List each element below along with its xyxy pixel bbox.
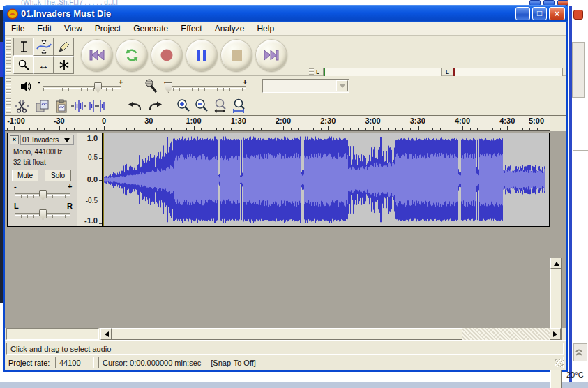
silence-icon (89, 99, 105, 113)
audacity-window: 01.Invaders Must Die _ □ × File Edit Vie… (3, 6, 568, 372)
temperature-readout: 20°C (566, 371, 584, 379)
skip-to-end-button[interactable] (255, 39, 287, 71)
track-area[interactable]: × 01.Invaders Mono, 44100Hz 32-bit float… (5, 131, 566, 328)
fit-project-button[interactable] (230, 98, 248, 114)
zoom-tool-button[interactable] (13, 56, 33, 74)
input-source-combobox[interactable] (262, 79, 349, 93)
mute-button[interactable]: Mute (12, 170, 38, 181)
copy-button[interactable] (33, 98, 52, 114)
project-rate-label: Project rate: (8, 359, 50, 367)
loop-play-button[interactable] (116, 39, 148, 71)
waveform-display[interactable] (103, 133, 549, 226)
audacity-app-icon (7, 8, 18, 20)
waveform-canvas (103, 133, 549, 226)
track-title-dropdown[interactable]: 01.Invaders (20, 135, 74, 145)
horizontal-scrollbar[interactable] (100, 328, 561, 340)
output-volume-minus: - (38, 77, 40, 86)
slider-ticks (43, 88, 121, 91)
undo-icon (127, 100, 142, 112)
multi-tool-button[interactable] (54, 56, 74, 74)
star-icon (59, 59, 70, 70)
title-bar[interactable]: 01.Invaders Must Die _ □ × (3, 5, 568, 22)
gain-thumb[interactable] (39, 190, 47, 200)
timeshift-tool-button[interactable]: ↔ (33, 56, 54, 74)
input-left-label: L (446, 68, 449, 75)
scroll-track[interactable] (462, 328, 550, 340)
menu-edit[interactable]: Edit (31, 22, 58, 35)
menu-project[interactable]: Project (89, 22, 127, 35)
draw-tool-button[interactable] (54, 38, 74, 56)
scroll-left-button[interactable] (100, 328, 112, 340)
menu-effect[interactable]: Effect (174, 22, 208, 35)
cursor-position-text: Cursor: 0:00.000000 min:sec (103, 359, 201, 367)
record-icon (160, 48, 174, 62)
undo-button[interactable] (126, 98, 144, 114)
background-toolbar-button (573, 343, 587, 361)
trim-button[interactable] (70, 98, 88, 114)
edit-toolbar (5, 96, 566, 116)
mixer-toolbar: - + - + (5, 76, 566, 96)
scrollbar-left-panel (6, 328, 99, 340)
scroll-up-button[interactable] (550, 258, 562, 269)
fit-selection-button[interactable] (211, 98, 229, 114)
selection-tool-button[interactable] (13, 38, 33, 56)
track-close-button[interactable]: × (10, 135, 19, 144)
close-button[interactable]: × (549, 7, 565, 20)
background-window-fragment (572, 42, 585, 98)
paste-button[interactable] (52, 98, 70, 114)
stop-button[interactable] (220, 39, 252, 71)
chevron-down-icon (340, 84, 345, 91)
menu-view[interactable]: View (58, 22, 89, 35)
record-button[interactable] (151, 39, 183, 71)
window-title: 01.Invaders Must Die (21, 8, 111, 19)
microphone-icon (144, 79, 159, 94)
cursor-position-box: Cursor: 0:00.000000 min:sec [Snap-To Off… (98, 357, 564, 368)
input-volume-plus: + (243, 77, 247, 86)
taskbar-edge (0, 382, 588, 388)
zoom-in-button[interactable] (174, 98, 193, 114)
left-right-arrow-icon: ↔ (38, 59, 49, 71)
pause-button[interactable] (186, 39, 218, 71)
output-volume-thumb[interactable] (94, 82, 102, 93)
gain-plus-label: + (68, 182, 72, 191)
chevron-down-icon (64, 138, 70, 145)
pause-icon (196, 50, 207, 61)
maximize-button[interactable]: □ (532, 7, 547, 20)
menu-generate[interactable]: Generate (127, 22, 174, 35)
skip-to-start-button[interactable] (81, 39, 113, 71)
menu-analyze[interactable]: Analyze (209, 22, 251, 35)
vertical-amplitude-ruler[interactable]: 1.00.50.0-0.5-1.0 (77, 133, 103, 226)
pan-thumb[interactable] (39, 209, 47, 220)
zoom-out-icon (194, 98, 209, 114)
background-icon (573, 10, 583, 20)
envelope-tool-button[interactable] (33, 38, 54, 56)
redo-button[interactable] (146, 98, 165, 114)
toolbar-grip[interactable] (6, 38, 11, 73)
audio-track: × 01.Invaders Mono, 44100Hz 32-bit float… (7, 133, 550, 227)
solo-button[interactable]: Solo (45, 170, 71, 181)
zoom-out-button[interactable] (193, 98, 211, 114)
resize-grip[interactable] (555, 359, 564, 367)
toolbar-grip[interactable] (6, 78, 11, 94)
status-tip-text: Click and drag to select audio (10, 345, 111, 353)
gain-minus-label: - (14, 182, 17, 191)
input-volume-thumb[interactable] (165, 82, 172, 93)
menu-help[interactable]: Help (250, 22, 280, 35)
cut-button[interactable] (13, 98, 31, 114)
fit-project-icon (231, 98, 248, 114)
scroll-right-button[interactable] (550, 328, 561, 340)
menu-file[interactable]: File (5, 22, 31, 35)
horizontal-scroll-thumb[interactable] (112, 328, 462, 340)
track-control-panel: × 01.Invaders Mono, 44100Hz 32-bit float… (8, 133, 77, 226)
minimize-button[interactable]: _ (515, 7, 530, 20)
envelope-icon (36, 40, 52, 54)
background-divider (573, 150, 588, 151)
combobox-dropdown-button[interactable] (336, 80, 348, 91)
silence-button[interactable] (88, 98, 106, 114)
toolbar-grip[interactable] (6, 98, 11, 113)
stop-icon (232, 50, 242, 61)
timeline-ruler[interactable]: -1:00-300301:001:302:002:303:003:304:004… (5, 116, 550, 131)
paste-icon (54, 99, 68, 113)
loop-icon (125, 48, 139, 62)
speaker-icon (20, 81, 31, 92)
